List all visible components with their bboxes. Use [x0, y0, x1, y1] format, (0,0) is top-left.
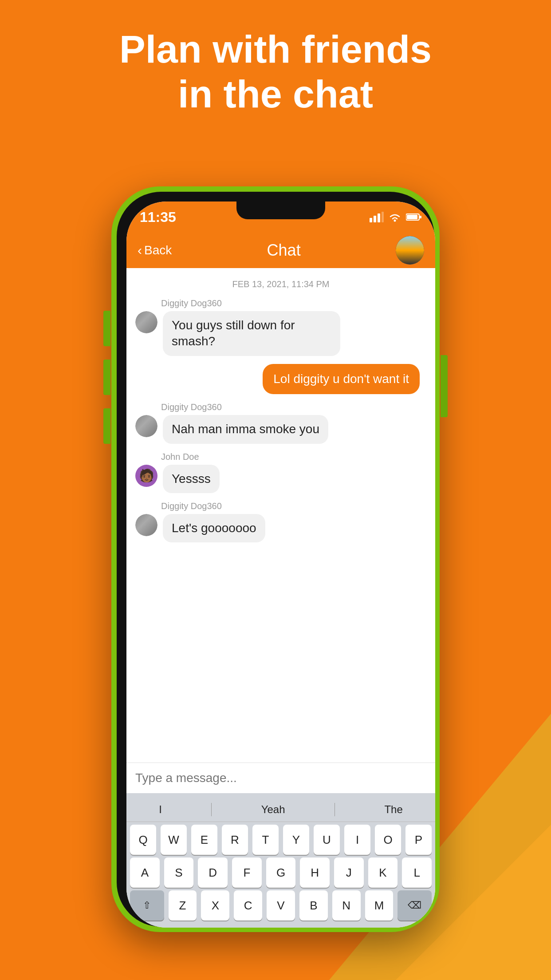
key-f[interactable]: F: [232, 858, 262, 888]
key-a[interactable]: A: [130, 858, 160, 888]
back-button[interactable]: ‹ Back: [138, 243, 172, 258]
svg-rect-6: [407, 215, 417, 219]
message-bubble: Nah man imma smoke you: [163, 415, 328, 443]
power-button: [441, 355, 448, 417]
message-input[interactable]: [135, 771, 426, 785]
volume-down-button: [103, 360, 110, 395]
status-time: 11:35: [140, 209, 176, 225]
message-sender: Diggity Dog360: [161, 298, 426, 308]
avatar-diggity-2: [135, 415, 157, 437]
key-k[interactable]: K: [368, 858, 398, 888]
message-bubble-sent: Lol diggity u don't want it: [263, 364, 420, 394]
key-j[interactable]: J: [334, 858, 364, 888]
key-y[interactable]: Y: [283, 825, 309, 855]
predictive-bar: I Yeah The: [126, 798, 435, 822]
svg-rect-1: [374, 216, 376, 222]
key-p[interactable]: P: [405, 825, 432, 855]
message-bubble: Yessss: [163, 465, 220, 493]
key-q[interactable]: Q: [130, 825, 156, 855]
message-row: Nah man imma smoke you: [135, 415, 426, 443]
message-sender: Diggity Dog360: [161, 501, 426, 511]
list-item: Diggity Dog360 You guys still down for s…: [135, 298, 426, 356]
message-input-area[interactable]: [126, 763, 435, 793]
key-b[interactable]: B: [299, 890, 328, 921]
key-w[interactable]: W: [161, 825, 187, 855]
key-l[interactable]: L: [402, 858, 432, 888]
nav-bar: ‹ Back Chat: [126, 233, 435, 268]
message-bubble: Let's gooooooo: [163, 514, 265, 542]
key-i[interactable]: I: [344, 825, 370, 855]
svg-rect-3: [382, 212, 384, 222]
keyboard-row-3: ⇧ Z X C V B N M ⌫: [130, 890, 432, 921]
key-e[interactable]: E: [191, 825, 217, 855]
delete-key[interactable]: ⌫: [398, 890, 432, 921]
notch: [236, 202, 325, 219]
status-icons: [370, 212, 422, 222]
chat-messages: FEB 13, 2021, 11:34 PM Diggity Dog360 Yo…: [126, 268, 435, 763]
phone-inner-border: 11:35: [117, 192, 434, 927]
divider: [335, 803, 335, 816]
back-label: Back: [144, 243, 172, 257]
phone-frame: 11:35: [111, 186, 440, 932]
message-avatar: [135, 311, 157, 333]
key-m[interactable]: M: [365, 890, 394, 921]
key-r[interactable]: R: [222, 825, 248, 855]
chat-date: FEB 13, 2021, 11:34 PM: [135, 279, 426, 289]
battery-icon: [406, 213, 422, 221]
key-d[interactable]: D: [198, 858, 228, 888]
key-v[interactable]: V: [267, 890, 295, 921]
message-avatar: [135, 514, 157, 536]
nav-title: Chat: [267, 241, 301, 260]
phone-screen: 11:35: [126, 202, 435, 928]
divider: [211, 803, 212, 816]
phone-mockup: 11:35: [111, 186, 440, 932]
svg-rect-2: [378, 213, 380, 222]
message-row: 🧑🏾 Yessss: [135, 465, 426, 493]
volume-up-button: [103, 311, 110, 346]
message-avatar-john: 🧑🏾: [135, 465, 157, 487]
header-tagline: Plan with friends in the chat: [0, 27, 551, 116]
key-s[interactable]: S: [164, 858, 194, 888]
key-c[interactable]: C: [234, 890, 262, 921]
avatar-diggity-3: [135, 514, 157, 536]
keyboard-row-1: Q W E R T Y U I O P: [130, 825, 432, 855]
key-n[interactable]: N: [332, 890, 361, 921]
message-bubble: You guys still down for smash?: [163, 311, 340, 356]
predictive-word-1[interactable]: I: [152, 801, 169, 818]
message-avatar: [135, 415, 157, 437]
message-sender: John Doe: [161, 452, 426, 462]
key-g[interactable]: G: [266, 858, 296, 888]
svg-point-4: [394, 220, 396, 222]
keyboard: I Yeah The Q W E R T: [126, 793, 435, 928]
list-item: Diggity Dog360 Let's gooooooo: [135, 501, 426, 542]
svg-rect-0: [370, 218, 372, 222]
list-item: Diggity Dog360 Nah man imma smoke you: [135, 402, 426, 443]
keyboard-row-2: A S D F G H J K L: [130, 858, 432, 888]
wifi-icon: [388, 212, 401, 222]
key-t[interactable]: T: [252, 825, 279, 855]
message-row: You guys still down for smash?: [135, 311, 426, 356]
list-item: John Doe 🧑🏾 Yessss: [135, 452, 426, 493]
list-item: Lol diggity u don't want it: [135, 364, 426, 394]
message-sender: Diggity Dog360: [161, 402, 426, 412]
key-h[interactable]: H: [300, 858, 330, 888]
back-chevron-icon: ‹: [138, 243, 142, 258]
svg-rect-7: [420, 216, 421, 218]
message-row: Let's gooooooo: [135, 514, 426, 542]
avatar-diggity: [135, 311, 157, 333]
signal-icon: [370, 212, 384, 222]
mute-button: [103, 408, 110, 444]
shift-key[interactable]: ⇧: [130, 890, 164, 921]
key-x[interactable]: X: [201, 890, 229, 921]
predictive-word-2[interactable]: Yeah: [255, 801, 292, 818]
avatar[interactable]: [396, 236, 424, 265]
key-u[interactable]: U: [314, 825, 340, 855]
predictive-word-3[interactable]: The: [378, 801, 409, 818]
key-o[interactable]: O: [375, 825, 401, 855]
key-z[interactable]: Z: [169, 890, 197, 921]
avatar-image: [396, 236, 424, 265]
status-bar: 11:35: [126, 202, 435, 233]
